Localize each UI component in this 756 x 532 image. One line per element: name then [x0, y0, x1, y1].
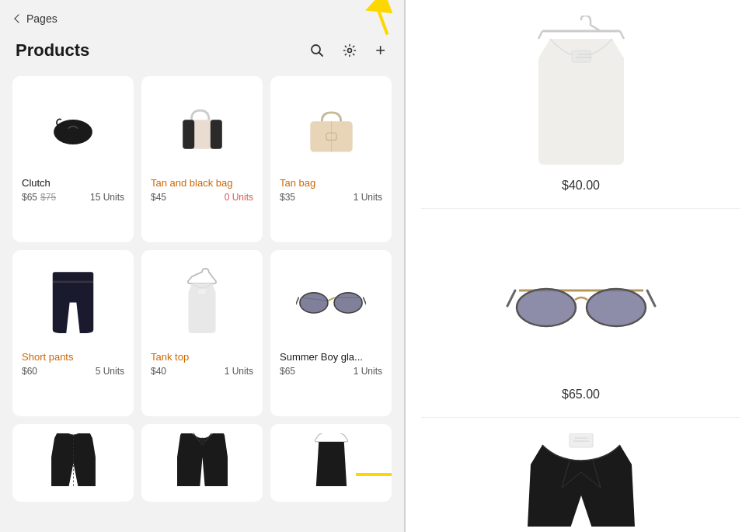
product-pricing-clutch: $65$75 15 Units	[22, 192, 124, 203]
page-title: Products	[16, 40, 89, 61]
product-image-robe1	[22, 433, 124, 486]
product-image-tan-black-bag	[151, 85, 253, 171]
tank-top-small-image	[175, 266, 229, 339]
sunglasses-small-image	[296, 281, 366, 324]
product-units-tan-black-bag: 0 Units	[225, 192, 253, 203]
product-card-robe1[interactable]	[12, 424, 134, 502]
product-image-clutch	[22, 85, 124, 171]
left-panel: Pages Products +	[0, 0, 404, 532]
product-name-tan-bag: Tan bag	[280, 177, 382, 189]
product-name-short-pants: Short pants	[22, 351, 124, 363]
product-units-clutch: 15 Units	[90, 192, 124, 203]
clutch-image	[42, 103, 104, 154]
product-units-sunglasses: 1 Units	[354, 366, 382, 377]
svg-line-16	[328, 297, 334, 301]
product-price-short-pants: $60	[22, 366, 37, 377]
product-price-clutch: $65$75	[22, 192, 56, 203]
product-image-suit1	[151, 433, 253, 486]
svg-rect-13	[53, 272, 94, 282]
product-card-tan-black-bag[interactable]: Tan and black bag $45 0 Units	[141, 76, 263, 242]
search-icon	[310, 43, 324, 57]
svg-line-23	[296, 297, 298, 304]
right-product-price-sunglasses: $65.00	[562, 388, 600, 402]
tank-top-large-image	[519, 16, 643, 171]
product-price-tan-bag: $35	[280, 192, 295, 203]
product-name-sunglasses: Summer Boy gla...	[280, 351, 382, 363]
robe1-image	[48, 433, 99, 486]
back-navigation[interactable]: Pages	[0, 0, 404, 31]
right-panel: $40.00 $65.00	[406, 0, 756, 532]
product-card-tank-top[interactable]: Tank top $40 1 Units	[141, 250, 263, 416]
svg-rect-14	[53, 280, 94, 282]
right-product-robe	[421, 433, 740, 532]
settings-button[interactable]	[340, 40, 360, 61]
products-grid: Clutch $65$75 15 Units Tan and black ba	[0, 76, 404, 532]
svg-rect-26	[200, 438, 205, 446]
right-product-sunglasses: $65.00	[421, 224, 740, 418]
chevron-left-icon	[14, 14, 23, 23]
svg-rect-42	[570, 433, 593, 447]
tan-bag-image	[298, 99, 364, 158]
svg-line-41	[647, 290, 655, 306]
product-card-sunglasses[interactable]: Summer Boy gla... $65 1 Units	[270, 250, 392, 416]
product-units-short-pants: 5 Units	[96, 366, 124, 377]
product-price-tan-black-bag: $45	[151, 192, 166, 203]
product-card-dress1[interactable]	[270, 424, 392, 502]
product-units-tank-top: 1 Units	[225, 366, 253, 377]
svg-rect-32	[572, 50, 591, 62]
svg-line-30	[538, 31, 542, 39]
product-card-suit1[interactable]	[141, 424, 263, 502]
panel-header: Products +	[0, 31, 404, 76]
product-image-short-pants	[22, 259, 124, 345]
right-product-image-sunglasses	[503, 224, 659, 380]
product-pricing-tan-black-bag: $45 0 Units	[151, 192, 253, 203]
product-pricing-short-pants: $60 5 Units	[22, 366, 124, 377]
product-name-tan-black-bag: Tan and black bag	[151, 177, 253, 189]
add-button-container: +	[372, 37, 388, 64]
svg-line-1	[319, 53, 323, 57]
gear-icon	[343, 43, 357, 57]
right-product-image-tank	[519, 16, 643, 171]
search-button[interactable]	[307, 40, 327, 61]
product-pricing-sunglasses: $65 1 Units	[280, 366, 382, 377]
product-name-clutch: Clutch	[22, 177, 124, 189]
right-product-price-tank: $40.00	[562, 179, 600, 193]
product-image-tan-bag	[280, 85, 382, 171]
product-pricing-tank-top: $40 1 Units	[151, 366, 253, 377]
suit1-image	[177, 433, 228, 486]
svg-point-2	[348, 49, 352, 53]
pants-image	[46, 266, 100, 339]
product-card-tan-bag[interactable]: Tan bag $35 1 Units	[270, 76, 392, 242]
sunglasses-large-image	[503, 267, 659, 337]
svg-line-31	[620, 31, 624, 39]
product-image-sunglasses	[280, 259, 382, 345]
svg-line-40	[507, 290, 515, 306]
tan-black-bag-image	[169, 99, 235, 158]
product-name-tank-top: Tank top	[151, 351, 253, 363]
product-price-sunglasses: $65	[280, 366, 295, 377]
robe-large-image	[519, 433, 643, 527]
product-card-clutch[interactable]: Clutch $65$75 15 Units	[12, 76, 134, 242]
product-image-dress1	[280, 433, 382, 486]
header-icons: +	[307, 37, 388, 64]
right-product-tank: $40.00	[421, 16, 740, 209]
add-button[interactable]: +	[372, 37, 388, 64]
svg-rect-15	[198, 289, 207, 294]
product-units-tan-bag: 1 Units	[354, 192, 382, 203]
svg-rect-8	[183, 120, 194, 149]
dress1-image	[306, 433, 357, 486]
product-price-tank-top: $40	[151, 366, 166, 377]
svg-rect-9	[210, 120, 221, 149]
product-pricing-tan-bag: $35 1 Units	[280, 192, 382, 203]
svg-line-24	[364, 297, 366, 304]
back-label: Pages	[26, 12, 57, 25]
right-product-image-robe	[519, 433, 643, 527]
product-image-tank-top	[151, 259, 253, 345]
product-card-short-pants[interactable]: Short pants $60 5 Units	[12, 250, 134, 416]
